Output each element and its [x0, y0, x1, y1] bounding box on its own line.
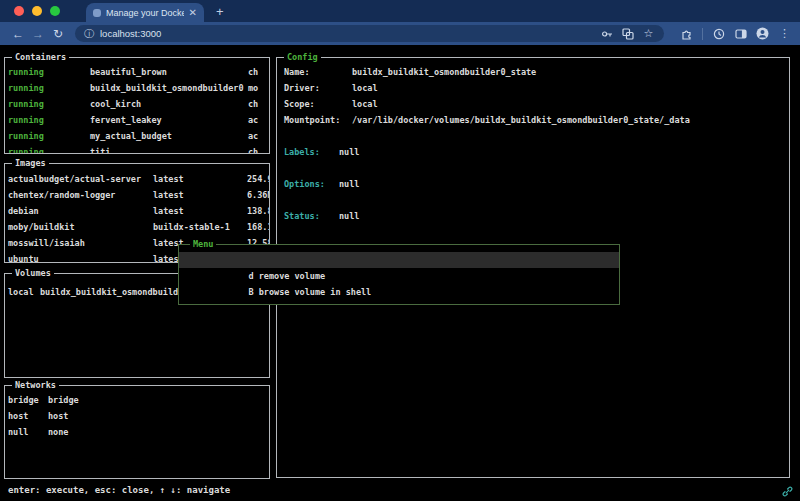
url-text[interactable]: localhost:3000 — [100, 28, 594, 39]
new-tab-button[interactable]: + — [216, 4, 224, 22]
minimize-window-button[interactable] — [32, 6, 42, 16]
side-panel-icon[interactable] — [734, 27, 747, 40]
container-row[interactable]: running titi ch — [5, 144, 269, 153]
keybinding-status-bar: enter: execute, esc: close, ↑ ↓: navigat… — [8, 482, 230, 498]
networks-panel: Networks bridge bridge host host null — [4, 385, 270, 479]
extension-clock-icon[interactable] — [712, 27, 725, 40]
profile-avatar-icon[interactable] — [756, 27, 769, 40]
address-bar[interactable]: ⓘ localhost:3000 ☆ — [75, 25, 664, 42]
browser-toolbar: ← → ↻ ⓘ localhost:3000 ☆ — [0, 22, 800, 45]
container-row[interactable]: running beautiful_brown ch — [5, 64, 269, 80]
config-extra-field: Status: null — [277, 208, 789, 224]
site-info-icon[interactable]: ⓘ — [84, 29, 94, 39]
tab-title: Manage your Docker fleet wi — [106, 8, 184, 18]
image-row[interactable]: moby/buildkit buildx-stable-1 168.13 — [5, 219, 269, 235]
container-row[interactable]: running cool_kirch ch — [5, 96, 269, 112]
browser-tab[interactable]: Manage your Docker fleet wi ✕ — [86, 3, 204, 22]
menu-popup: Menu d remove volume B browse volume in … — [178, 244, 620, 305]
toolbar-actions: ⋮ — [680, 27, 791, 40]
config-extra-field: Options: null — [277, 176, 789, 192]
traffic-lights — [0, 0, 74, 22]
menu-kebab-icon[interactable]: ⋮ — [778, 27, 791, 40]
back-icon[interactable]: ← — [9, 28, 27, 40]
network-row[interactable]: host host — [5, 408, 269, 424]
container-row[interactable]: running my_actual_budget ac — [5, 128, 269, 144]
menu-item[interactable]: cancel — [179, 284, 619, 300]
extensions-puzzle-icon[interactable] — [680, 27, 693, 40]
tab-bar: Manage your Docker fleet wi ✕ + — [0, 0, 800, 22]
container-row[interactable]: running fervent_leakey ac — [5, 112, 269, 128]
menu-item[interactable]: B browse volume in shell — [179, 268, 619, 284]
network-row[interactable]: null none — [5, 424, 269, 440]
connection-link-icon — [782, 486, 793, 499]
reload-icon[interactable]: ↻ — [49, 28, 67, 40]
image-row[interactable]: chentex/random-logger latest 6.36MB — [5, 187, 269, 203]
tab-favicon-icon — [93, 9, 101, 17]
menu-item[interactable]: d remove volume — [179, 252, 619, 268]
config-extra-field: Labels: null — [277, 144, 789, 160]
bookmark-star-icon[interactable]: ☆ — [642, 27, 655, 40]
isaiah-tui: Containers running beautiful_brown ch ru… — [0, 45, 800, 501]
image-row[interactable]: debian latest 138.84 — [5, 203, 269, 219]
image-row[interactable]: actualbudget/actual-server latest 254.98 — [5, 171, 269, 187]
maximize-window-button[interactable] — [50, 6, 60, 16]
password-key-icon[interactable] — [600, 27, 613, 40]
network-row[interactable]: bridge bridge — [5, 392, 269, 408]
toolbar-divider — [702, 28, 703, 40]
close-window-button[interactable] — [14, 6, 24, 16]
translate-icon[interactable] — [621, 27, 634, 40]
tab-close-icon[interactable]: ✕ — [189, 8, 197, 18]
containers-panel: Containers running beautiful_brown ch ru… — [4, 57, 270, 154]
browser-window: Manage your Docker fleet wi ✕ + ← → ↻ ⓘ … — [0, 0, 800, 501]
forward-icon[interactable]: → — [29, 28, 47, 40]
container-row[interactable]: running buildx_buildkit_osmondbuilder0 m… — [5, 80, 269, 96]
